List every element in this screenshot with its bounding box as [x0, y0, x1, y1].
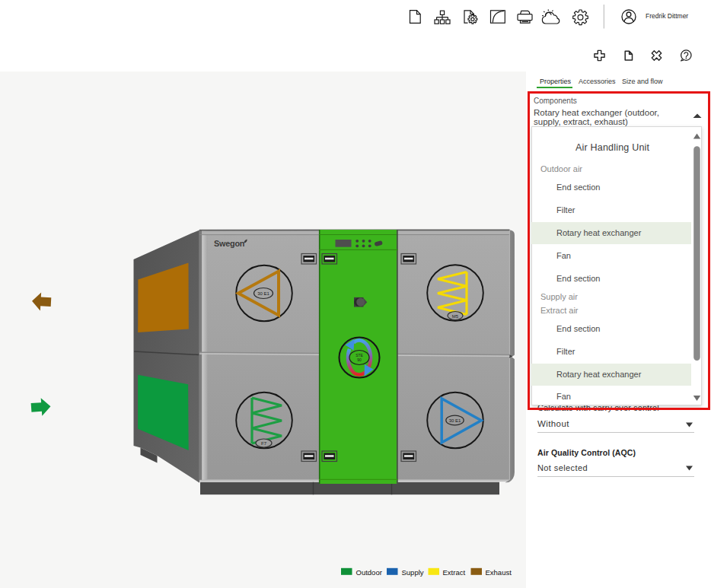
- svg-text:M5: M5: [452, 314, 459, 319]
- svg-text:F7: F7: [261, 441, 267, 446]
- svg-text:Supply: Supply: [402, 568, 424, 577]
- svg-text:30 E1: 30 E1: [257, 291, 269, 296]
- svg-text:Exhaust: Exhaust: [486, 568, 512, 577]
- svg-text:Fredrik Dittmer: Fredrik Dittmer: [646, 12, 688, 20]
- svg-text:Swegon: Swegon: [214, 239, 244, 248]
- svg-text:30 E1: 30 E1: [449, 418, 461, 423]
- svg-text:Extract: Extract: [443, 568, 466, 577]
- svg-text:Outdoor: Outdoor: [356, 568, 382, 577]
- svg-text:90: 90: [357, 358, 362, 362]
